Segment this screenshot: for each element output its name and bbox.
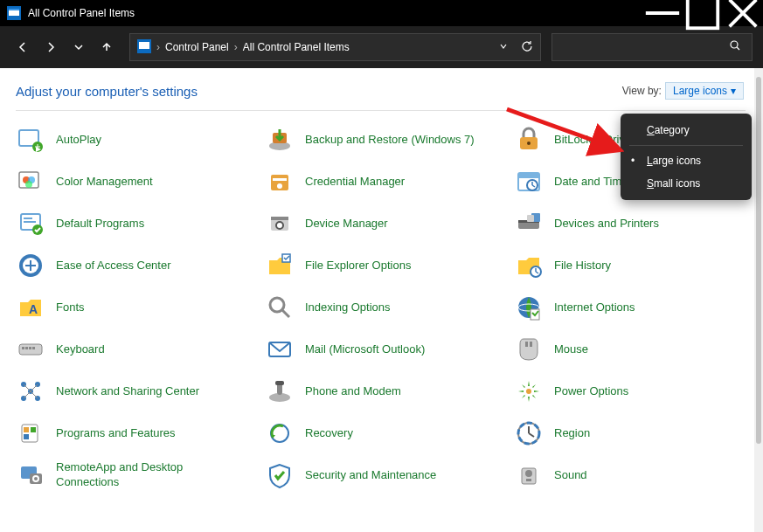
- item-icon: A: [16, 293, 45, 322]
- item-label: Programs and Features: [56, 426, 176, 441]
- item-label: File Explorer Options: [305, 259, 411, 273]
- item-icon: [265, 167, 295, 197]
- control-panel-item[interactable]: Color Management: [16, 167, 247, 197]
- svg-point-23: [277, 183, 282, 189]
- item-label: Recovery: [305, 426, 353, 441]
- item-label: Internet Options: [554, 301, 635, 315]
- control-panel-item[interactable]: Power Options: [514, 377, 746, 406]
- control-panel-item[interactable]: Ease of Access Center: [16, 251, 247, 280]
- item-label: Phone and Modem: [305, 384, 401, 399]
- svg-rect-30: [24, 218, 32, 219]
- app-icon: [7, 6, 21, 20]
- close-button[interactable]: [723, 0, 763, 26]
- item-label: Date and Time: [554, 175, 628, 190]
- item-icon: [16, 460, 45, 490]
- item-icon: [265, 293, 295, 322]
- svg-rect-25: [518, 173, 539, 178]
- control-panel-item[interactable]: RemoteApp and Desktop Connections: [16, 460, 247, 490]
- menu-item-small-icons[interactable]: Small icons: [621, 172, 752, 195]
- item-icon: [265, 209, 295, 238]
- control-panel-item[interactable]: Keyboard: [16, 335, 247, 364]
- menu-item-large-icons[interactable]: Large icons: [621, 149, 752, 172]
- control-panel-item[interactable]: Network and Sharing Center: [16, 377, 247, 406]
- viewby-menu: Category Large icons Small icons: [621, 114, 752, 200]
- back-button[interactable]: [10, 35, 35, 59]
- control-panel-item[interactable]: Credential Manager: [265, 167, 496, 197]
- address-dropdown-icon[interactable]: [498, 41, 509, 54]
- svg-rect-71: [275, 381, 284, 385]
- maximize-button[interactable]: [683, 0, 723, 26]
- svg-line-68: [31, 391, 38, 398]
- control-panel-item[interactable]: Security and Maintenance: [265, 460, 496, 490]
- control-panel-item[interactable]: AutoPlay: [16, 125, 247, 155]
- control-panel-item[interactable]: Recovery: [265, 418, 496, 448]
- item-icon: [514, 209, 544, 238]
- item-icon: [16, 167, 45, 197]
- item-label: File History: [554, 259, 611, 273]
- svg-rect-76: [31, 427, 36, 432]
- svg-rect-22: [273, 178, 287, 181]
- breadcrumb-separator-icon: ›: [156, 41, 160, 53]
- control-panel-item[interactable]: Indexing Options: [265, 293, 496, 322]
- item-label: RemoteApp and Desktop Connections: [56, 460, 247, 490]
- control-panel-item[interactable]: File Explorer Options: [265, 251, 496, 280]
- breadcrumb-root[interactable]: Control Panel: [165, 41, 229, 53]
- item-label: Sound: [554, 468, 587, 483]
- toolbar: › Control Panel › All Control Panel Item…: [0, 26, 763, 68]
- control-panel-item[interactable]: Mouse: [514, 335, 746, 364]
- menu-item-category[interactable]: Category: [621, 119, 752, 142]
- control-panel-item[interactable]: Devices and Printers: [514, 209, 746, 238]
- forward-button[interactable]: [38, 35, 63, 59]
- control-panel-item[interactable]: Programs and Features: [16, 418, 247, 448]
- svg-line-48: [282, 310, 289, 317]
- item-label: Network and Sharing Center: [56, 384, 199, 399]
- minimize-button[interactable]: [642, 0, 683, 26]
- svg-rect-74: [24, 427, 29, 432]
- viewby-label: View by:: [622, 85, 662, 97]
- control-panel-item[interactable]: File History: [514, 251, 746, 280]
- refresh-button[interactable]: [521, 40, 533, 55]
- search-icon: [729, 39, 741, 55]
- item-label: Backup and Restore (Windows 7): [305, 133, 475, 148]
- control-panel-item[interactable]: Default Programs: [16, 209, 247, 238]
- item-label: Device Manager: [305, 217, 388, 231]
- svg-text:A: A: [29, 302, 38, 316]
- svg-rect-56: [32, 347, 35, 349]
- up-button[interactable]: [94, 35, 119, 59]
- item-label: Keyboard: [56, 342, 105, 357]
- control-panel-item[interactable]: Region: [514, 418, 746, 448]
- control-panel-item[interactable]: Phone and Modem: [265, 377, 496, 406]
- viewby-dropdown[interactable]: Large icons ▾: [665, 82, 744, 100]
- address-bar[interactable]: › Control Panel › All Control Panel Item…: [129, 33, 541, 61]
- item-icon: [514, 125, 544, 155]
- item-icon: [514, 335, 544, 364]
- item-icon: [514, 293, 544, 322]
- recent-dropdown-button[interactable]: [66, 35, 91, 59]
- page-heading: Adjust your computer's settings: [16, 84, 622, 99]
- svg-line-66: [31, 384, 38, 391]
- control-panel-item[interactable]: AFonts: [16, 293, 247, 322]
- svg-rect-8: [139, 42, 149, 49]
- item-label: Mouse: [554, 342, 588, 357]
- breadcrumb-current[interactable]: All Control Panel Items: [243, 41, 350, 53]
- item-icon: [514, 418, 544, 448]
- control-panel-item[interactable]: Sound: [514, 460, 746, 490]
- scrollbar-thumb[interactable]: [756, 77, 761, 444]
- item-icon: [16, 335, 45, 364]
- control-panel-item[interactable]: Backup and Restore (Windows 7): [265, 125, 496, 155]
- item-icon: [16, 418, 45, 448]
- search-input[interactable]: [551, 33, 753, 61]
- address-icon: [137, 39, 151, 56]
- vertical-scrollbar[interactable]: [754, 68, 763, 532]
- chevron-down-icon: ▾: [731, 85, 736, 97]
- control-panel-item[interactable]: Internet Options: [514, 293, 746, 322]
- item-label: Fonts: [56, 301, 85, 315]
- svg-rect-87: [526, 479, 531, 481]
- item-icon: [514, 251, 544, 280]
- control-panel-item[interactable]: Mail (Microsoft Outlook): [265, 335, 496, 364]
- viewby-value: Large icons: [673, 85, 727, 97]
- control-panel-item[interactable]: Device Manager: [265, 209, 496, 238]
- title-bar: All Control Panel Items: [0, 0, 763, 26]
- menu-separator: [629, 145, 743, 146]
- item-icon: [16, 209, 45, 238]
